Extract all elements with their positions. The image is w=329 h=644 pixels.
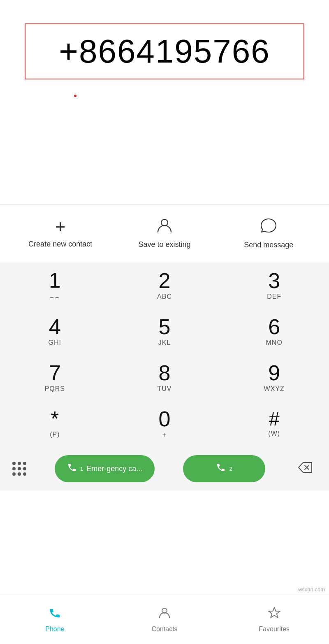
grid-dot <box>12 462 16 465</box>
key-8-number: 8 <box>159 362 171 384</box>
dialpad-row-2: 4 GHI 5 JKL 6 MNO <box>0 309 329 355</box>
nav-favourites[interactable]: Favourites <box>219 606 329 633</box>
emergency-call-button[interactable]: 1 Emer-gency ca... <box>55 455 155 482</box>
key-2[interactable]: 2 ABC <box>110 262 220 309</box>
key-2-number: 2 <box>159 270 171 291</box>
key-4-number: 4 <box>49 316 61 337</box>
phone-call-icon <box>216 463 226 475</box>
backspace-button[interactable] <box>294 458 317 480</box>
key-3-number: 3 <box>268 270 280 291</box>
red-dot-indicator <box>74 95 76 97</box>
key-9-number: 9 <box>268 362 280 384</box>
nav-phone-label: Phone <box>45 625 64 633</box>
grid-icon[interactable] <box>12 462 26 476</box>
key-0-number: 0 <box>159 408 171 430</box>
key-7-number: 7 <box>49 362 61 384</box>
empty-space <box>0 101 329 204</box>
nav-favourites-label: Favourites <box>259 625 290 633</box>
phone-nav-icon <box>48 606 61 622</box>
save-to-existing-label: Save to existing <box>138 240 190 249</box>
key-0-letters: + <box>162 431 167 439</box>
dialpad-row-4: * (P) 0 + # (W) <box>0 401 329 447</box>
save-to-existing-button[interactable]: Save to existing <box>112 217 216 249</box>
send-message-label: Send message <box>244 241 293 249</box>
grid-dot <box>23 467 26 470</box>
star-nav-icon <box>268 606 281 622</box>
key-5[interactable]: 5 JKL <box>110 309 220 355</box>
key-9-letters: WXYZ <box>264 385 285 393</box>
key-3-letters: DEF <box>267 293 281 301</box>
phone-number: +8664195766 <box>59 33 270 70</box>
key-4[interactable]: 4 GHI <box>0 309 110 355</box>
call-row: 1 Emer-gency ca... 2 <box>0 447 329 491</box>
grid-dot <box>23 472 26 476</box>
grid-dot <box>12 467 16 470</box>
bottom-nav: Phone Contacts Favourites <box>0 595 329 644</box>
key-star-letters: (P) <box>50 431 60 439</box>
send-message-button[interactable]: Send message <box>217 217 321 249</box>
key-4-letters: GHI <box>49 339 61 347</box>
key-8-letters: TUV <box>158 385 172 393</box>
phone-call-icon-emergency <box>67 463 77 475</box>
key-7-letters: PQRS <box>45 385 65 393</box>
key-5-number: 5 <box>159 316 171 337</box>
grid-dot <box>23 462 26 465</box>
create-new-contact-label: Create new contact <box>28 240 92 249</box>
svg-marker-4 <box>269 607 280 618</box>
key-9[interactable]: 9 WXYZ <box>219 355 329 401</box>
key-hash-number: # <box>269 409 280 428</box>
key-hash-letters: (W) <box>268 430 280 438</box>
grid-dot <box>18 462 21 465</box>
svg-point-0 <box>161 219 168 226</box>
dialpad-row-3: 7 PQRS 8 TUV 9 WXYZ <box>0 355 329 401</box>
key-hash[interactable]: # (W) <box>219 401 329 447</box>
emergency-call-label: Emer-gency ca... <box>86 465 142 473</box>
nav-phone[interactable]: Phone <box>0 606 110 633</box>
key-6-letters: MNO <box>266 339 283 347</box>
phone-display-area: +8664195766 <box>0 0 329 95</box>
grid-dot <box>18 467 21 470</box>
person-icon <box>156 217 173 236</box>
call-button[interactable]: 2 <box>183 455 265 482</box>
nav-contacts[interactable]: Contacts <box>110 606 220 633</box>
dialpad: 1 ⌣⌣ 2 ABC 3 DEF 4 GHI 5 JKL 6 MNO 7 PQR… <box>0 262 329 447</box>
dialpad-row-1: 1 ⌣⌣ 2 ABC 3 DEF <box>0 262 329 309</box>
key-6[interactable]: 6 MNO <box>219 309 329 355</box>
grid-dot <box>18 472 21 476</box>
key-7[interactable]: 7 PQRS <box>0 355 110 401</box>
key-1-number: 1 <box>49 270 61 291</box>
key-star[interactable]: * (P) <box>0 401 110 447</box>
key-1[interactable]: 1 ⌣⌣ <box>0 262 110 309</box>
key-3[interactable]: 3 DEF <box>219 262 329 309</box>
plus-icon: + <box>55 218 66 236</box>
chat-icon <box>260 217 277 237</box>
key-1-letters: ⌣⌣ <box>49 293 60 301</box>
key-8[interactable]: 8 TUV <box>110 355 220 401</box>
create-new-contact-button[interactable]: + Create new contact <box>8 218 112 249</box>
key-2-letters: ABC <box>157 293 172 301</box>
key-6-number: 6 <box>268 316 280 337</box>
key-star-number: * <box>51 409 59 429</box>
action-row: + Create new contact Save to existing Se… <box>0 205 329 262</box>
watermark: wsxdn.com <box>298 586 325 593</box>
phone-number-box: +8664195766 <box>25 23 304 79</box>
grid-dot <box>12 472 16 476</box>
key-0[interactable]: 0 + <box>110 401 220 447</box>
call-superscript: 2 <box>229 466 232 472</box>
nav-contacts-label: Contacts <box>151 625 177 633</box>
contacts-nav-icon <box>158 606 171 622</box>
emergency-superscript: 1 <box>80 466 83 472</box>
key-5-letters: JKL <box>158 339 171 347</box>
